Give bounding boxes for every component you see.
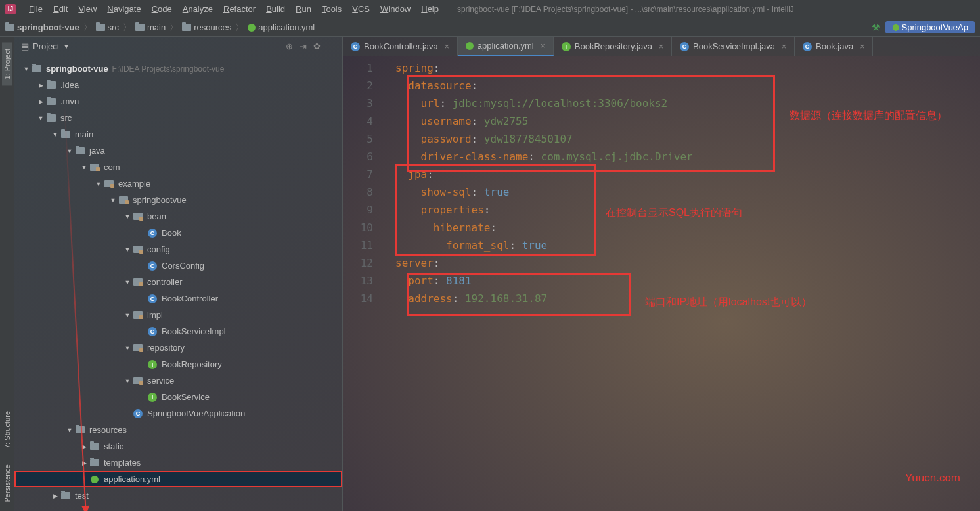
expand-arrow-icon[interactable]: ▼ <box>123 312 131 319</box>
menu-edit[interactable]: Edit <box>48 4 73 14</box>
expand-arrow-icon[interactable]: ▶ <box>37 82 45 89</box>
persistence-tool-tab[interactable]: Persistence <box>2 458 12 508</box>
tree-node[interactable]: ▶.mvn <box>14 93 342 110</box>
tree-node[interactable]: ▼main <box>14 126 342 143</box>
code-line[interactable]: url: jdbc:mysql://localhost:3306/books2 <box>395 95 980 112</box>
tree-node[interactable]: ▼repository <box>14 340 342 356</box>
dropdown-icon[interactable]: ▼ <box>63 43 69 50</box>
code-line[interactable]: address: 192.168.31.87 <box>395 290 980 307</box>
menu-build[interactable]: Build <box>261 4 290 14</box>
expand-arrow-icon[interactable]: ▼ <box>123 378 131 384</box>
tree-node[interactable]: CBook <box>14 225 342 241</box>
expand-arrow-icon[interactable]: ▼ <box>123 213 131 220</box>
tree-node[interactable]: ▶static <box>14 438 342 455</box>
menu-tools[interactable]: Tools <box>317 4 347 14</box>
code-line[interactable]: show-sql: true <box>395 183 980 201</box>
breadcrumb-item[interactable]: src <box>96 22 119 32</box>
expand-arrow-icon[interactable]: ▼ <box>123 246 131 253</box>
menu-file[interactable]: File <box>24 4 48 14</box>
tree-node[interactable]: application.yml <box>14 471 342 487</box>
structure-tool-tab[interactable]: 7: Structure <box>2 405 12 455</box>
expand-arrow-icon[interactable]: ▶ <box>51 493 59 499</box>
code-line[interactable]: server: <box>395 254 980 272</box>
tree-node[interactable]: IBookRepository <box>14 356 342 372</box>
close-icon[interactable]: × <box>782 42 786 51</box>
menu-help[interactable]: Help <box>416 4 444 14</box>
project-tree[interactable]: ▼springboot-vueF:\IDEA Projects\springbo… <box>14 56 342 508</box>
expand-arrow-icon[interactable]: ▼ <box>51 131 59 138</box>
expand-arrow-icon[interactable]: ▶ <box>37 99 45 105</box>
tree-node[interactable]: ▼example <box>14 175 342 192</box>
breadcrumb-item[interactable]: application.yml <box>248 22 315 32</box>
locate-icon[interactable]: ⊕ <box>286 41 293 51</box>
project-tool-tab[interactable]: 1: Project <box>2 42 12 85</box>
tree-node[interactable]: ▼springboot-vueF:\IDEA Projects\springbo… <box>14 60 342 77</box>
code-line[interactable]: properties: <box>395 201 980 219</box>
expand-arrow-icon[interactable]: ▼ <box>37 115 45 122</box>
tree-node[interactable]: CBookController <box>14 290 342 307</box>
close-icon[interactable]: × <box>860 42 864 51</box>
close-icon[interactable]: × <box>445 42 449 51</box>
code-line[interactable]: format_sql: true <box>395 236 980 254</box>
expand-arrow-icon[interactable]: ▼ <box>22 66 30 72</box>
settings-icon[interactable]: ✿ <box>313 41 321 51</box>
code-line[interactable]: datasource: <box>395 77 980 95</box>
editor-tab[interactable]: CBookController.java× <box>343 37 458 56</box>
tree-node[interactable]: ▼config <box>14 241 342 257</box>
menu-code[interactable]: Code <box>146 4 177 14</box>
breadcrumb-item[interactable]: resources <box>182 22 231 32</box>
expand-arrow-icon[interactable]: ▶ <box>80 443 88 450</box>
close-icon[interactable]: × <box>541 41 545 51</box>
expand-arrow-icon[interactable]: ▼ <box>109 197 117 204</box>
code-line[interactable]: spring: <box>395 59 980 77</box>
editor-tab[interactable]: IBookRepository.java× <box>554 37 672 56</box>
code-line[interactable]: port: 8181 <box>395 272 980 290</box>
expand-arrow-icon[interactable]: ▼ <box>95 181 102 187</box>
menu-navigate[interactable]: Navigate <box>102 4 146 14</box>
breadcrumb-item[interactable]: springboot-vue <box>5 22 79 32</box>
menu-window[interactable]: Window <box>375 4 416 14</box>
code-line[interactable]: hibernate: <box>395 219 980 236</box>
expand-arrow-icon[interactable]: ▼ <box>66 427 74 433</box>
collapse-icon[interactable]: ⇥ <box>300 41 307 51</box>
tree-node[interactable]: ▼impl <box>14 307 342 323</box>
tree-node[interactable]: ▼com <box>14 159 342 175</box>
tree-node[interactable]: ▶.idea <box>14 77 342 93</box>
tree-node[interactable]: ▼springbootvue <box>14 192 342 208</box>
tree-node[interactable]: ▼resources <box>14 422 342 438</box>
editor-tab[interactable]: CBook.java× <box>795 37 873 56</box>
build-icon[interactable]: ⚒ <box>872 22 880 33</box>
breadcrumb-item[interactable]: main <box>135 22 166 32</box>
tree-node[interactable]: CSpringbootVueApplication <box>14 405 342 422</box>
code-line[interactable]: username: ydw2755 <box>395 112 980 130</box>
menu-analyze[interactable]: Analyze <box>177 4 218 14</box>
expand-arrow-icon[interactable]: ▼ <box>80 164 88 171</box>
editor-tab[interactable]: CBookServiceImpl.java× <box>672 37 795 56</box>
tree-node[interactable]: ▼service <box>14 372 342 389</box>
tree-node[interactable]: ▼bean <box>14 208 342 225</box>
expand-arrow-icon[interactable]: ▼ <box>123 279 131 286</box>
run-config-selector[interactable]: ⬢ SpringbootVueAp <box>885 21 975 33</box>
expand-arrow-icon[interactable]: ▼ <box>123 345 131 351</box>
tree-node[interactable]: ▶test <box>14 487 342 504</box>
tree-node[interactable]: CCorsConfig <box>14 257 342 274</box>
menu-refactor[interactable]: Refactor <box>218 4 261 14</box>
tree-node[interactable]: ▼java <box>14 143 342 159</box>
expand-arrow-icon[interactable]: ▶ <box>80 460 88 466</box>
code-editor[interactable]: 1234567891011121314 数据源（连接数据库的配置信息） 在控制台… <box>343 56 980 307</box>
tree-node[interactable]: ▼src <box>14 110 342 126</box>
menu-vcs[interactable]: VCS <box>347 4 375 14</box>
expand-arrow-icon[interactable]: ▼ <box>66 148 74 154</box>
editor-tab[interactable]: application.yml× <box>458 37 554 56</box>
close-icon[interactable]: × <box>659 42 663 51</box>
code-line[interactable]: driver-class-name: com.mysql.cj.jdbc.Dri… <box>395 148 980 166</box>
tree-node[interactable]: IBookService <box>14 389 342 405</box>
tree-node[interactable]: ▶templates <box>14 455 342 471</box>
hide-icon[interactable]: — <box>327 41 336 51</box>
menu-run[interactable]: Run <box>290 4 317 14</box>
menu-view[interactable]: View <box>73 4 102 14</box>
tree-node[interactable]: ▼controller <box>14 274 342 290</box>
code-line[interactable]: jpa: <box>395 166 980 183</box>
code-line[interactable]: password: ydw18778450107 <box>395 130 980 148</box>
tree-node[interactable]: CBookServiceImpl <box>14 323 342 340</box>
